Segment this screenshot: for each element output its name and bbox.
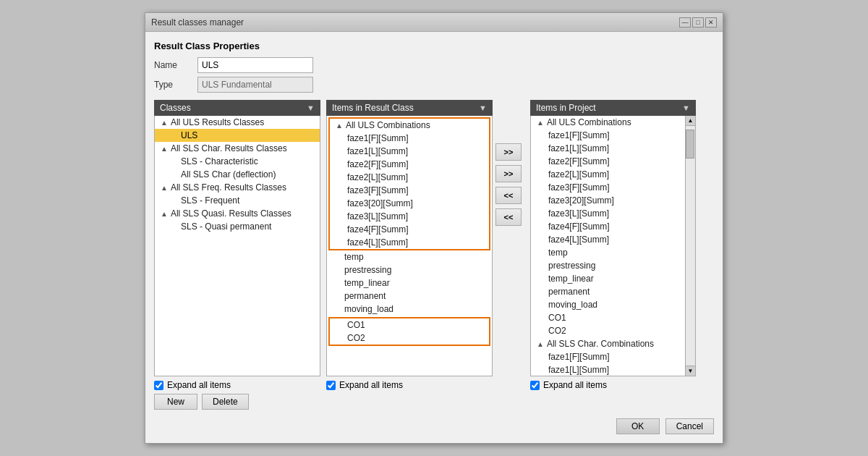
items-project-header: Items in Project ▼ (530, 100, 696, 116)
proj-sls-char-combs-label: All SLS Char. Combinations (547, 339, 654, 349)
proj-item-temp-linear[interactable]: temp_linear (531, 272, 685, 285)
list-item-faze4L[interactable]: faze4[L][Summ] (330, 236, 489, 249)
items-result-filter-icon[interactable]: ▼ (479, 104, 487, 112)
main-window: Result classes manager — □ ✕ Result Clas… (145, 12, 723, 444)
items-result-header: Items in Result Class ▼ (326, 100, 493, 116)
transfer-left2-button[interactable]: << (495, 208, 522, 226)
items-project-header-label: Items in Project (536, 103, 596, 113)
classes-list: ▲ All ULS Results Classes ULS ▲ All SLS … (154, 116, 320, 376)
classes-expand-all-label: Expand all items (167, 380, 231, 390)
list-item-co1[interactable]: CO1 (330, 318, 489, 332)
classes-panel: Classes ▼ ▲ All ULS Results Classes ULS … (154, 100, 320, 410)
proj-group-uls-combs[interactable]: ▲ All ULS Combinations (531, 116, 685, 129)
scrollbar-up-arrow[interactable]: ▲ (686, 116, 695, 126)
ok-button[interactable]: OK (616, 418, 660, 434)
list-item-faze4F[interactable]: faze4[F][Summ] (330, 223, 489, 236)
tree-item-sls-frequent[interactable]: SLS - Frequent (155, 194, 320, 207)
items-project-expand-all-checkbox[interactable] (530, 381, 540, 390)
list-item-prestressing[interactable]: prestressing (327, 263, 492, 276)
list-item-faze3-20[interactable]: faze3[20][Summ] (330, 197, 489, 210)
list-item-temp[interactable]: temp (327, 250, 492, 263)
scroll-thumb[interactable] (686, 130, 694, 159)
result-class-props-title: Result Class Properties (154, 41, 714, 51)
transfer-right2-button[interactable]: >> (495, 165, 522, 182)
items-project-panel: Items in Project ▼ ▲ All ULS Combination… (530, 100, 696, 390)
scrollbar-down-arrow[interactable]: ▼ (686, 366, 695, 376)
tree-item-sls-characteristic[interactable]: SLS - Characteristic (155, 155, 320, 168)
tree-item-uls[interactable]: ULS (155, 129, 320, 142)
proj-item-faze1L[interactable]: faze1[L][Summ] (531, 142, 685, 155)
items-project-expand-all-row: Expand all items (530, 380, 696, 390)
proj-item-faze1F[interactable]: faze1[F][Summ] (531, 129, 685, 142)
classes-expand-all-checkbox[interactable] (154, 381, 163, 390)
delete-button[interactable]: Delete (202, 394, 249, 410)
maximize-button[interactable]: □ (692, 17, 704, 28)
proj-item-moving-load[interactable]: moving_load (531, 298, 685, 311)
classes-bottom-actions: New Delete (154, 394, 320, 410)
proj-item-faze2L[interactable]: faze2[L][Summ] (531, 168, 685, 181)
proj-item-faze3F[interactable]: faze3[F][Summ] (531, 181, 685, 194)
list-item-temp-linear[interactable]: temp_linear (327, 276, 492, 290)
expand-arrow-uls: ▲ (161, 119, 168, 127)
new-button[interactable]: New (154, 394, 197, 410)
transfer-left1-button[interactable]: << (495, 187, 522, 204)
proj-item-co2[interactable]: CO2 (531, 324, 685, 337)
proj-item-faze3-20[interactable]: faze3[20][Summ] (531, 194, 685, 207)
list-item-faze3F[interactable]: faze3[F][Summ] (330, 184, 489, 197)
list-item-faze2L[interactable]: faze2[L][Summ] (330, 171, 489, 184)
name-row: Name (154, 57, 714, 73)
tree-group-uls[interactable]: ▲ All ULS Results Classes (155, 116, 320, 129)
window-title: Result classes manager (151, 17, 244, 28)
list-group-uls-combs[interactable]: ▲ All ULS Combinations (330, 119, 489, 132)
items-result-header-label: Items in Result Class (332, 103, 414, 113)
list-item-faze2F[interactable]: faze2[F][Summ] (330, 158, 489, 171)
name-input[interactable] (197, 57, 313, 73)
proj-item-faze4L[interactable]: faze4[L][Summ] (531, 233, 685, 246)
proj-sls-char-faze1F[interactable]: faze1[F][Summ] (531, 350, 685, 363)
items-project-filter-icon[interactable]: ▼ (682, 104, 690, 112)
list-item-faze1L[interactable]: faze1[L][Summ] (330, 145, 489, 158)
proj-item-temp[interactable]: temp (531, 246, 685, 259)
tree-item-sls-char-deflection[interactable]: All SLS Char (deflection) (155, 168, 320, 181)
proj-item-permanent[interactable]: permanent (531, 285, 685, 298)
proj-item-faze2F[interactable]: faze2[F][Summ] (531, 155, 685, 168)
items-project-scrollable: ▲ All ULS Combinations faze1[F][Summ] fa… (530, 116, 696, 376)
items-result-expand-all-row: Expand all items (326, 380, 493, 390)
proj-item-faze3L[interactable]: faze3[L][Summ] (531, 207, 685, 220)
proj-item-prestressing[interactable]: prestressing (531, 259, 685, 272)
classes-filter-icon[interactable]: ▼ (307, 104, 315, 112)
list-item-faze1F[interactable]: faze1[F][Summ] (330, 132, 489, 145)
tree-item-sls-quasi[interactable]: SLS - Quasi permanent (155, 220, 320, 233)
list-item-moving-load[interactable]: moving_load (327, 303, 492, 316)
minimize-button[interactable]: — (679, 17, 691, 28)
co-orange-group: CO1 CO2 (328, 317, 490, 346)
items-result-expand-all-checkbox[interactable] (326, 381, 336, 390)
result-class-properties: Result Class Properties Name Type (154, 41, 714, 93)
tree-group-sls-char[interactable]: ▲ All SLS Char. Results Classes (155, 142, 320, 155)
items-result-list: ▲ All ULS Combinations faze1[F][Summ] fa… (326, 116, 493, 376)
sls-quasi-group-label: All SLS Quasi. Results Classes (171, 208, 292, 219)
list-item-faze3L[interactable]: faze3[L][Summ] (330, 210, 489, 223)
close-button[interactable]: ✕ (705, 17, 717, 28)
list-item-co2[interactable]: CO2 (330, 332, 489, 345)
list-item-permanent[interactable]: permanent (327, 290, 492, 303)
scroll-track (686, 126, 695, 366)
classes-expand-all-row: Expand all items (154, 380, 320, 390)
sls-freq-group-label: All SLS Freq. Results Classes (171, 182, 286, 193)
tree-group-sls-freq[interactable]: ▲ All SLS Freq. Results Classes (155, 181, 320, 194)
proj-item-faze4F[interactable]: faze4[F][Summ] (531, 220, 685, 233)
expand-uls-combs-arrow: ▲ (336, 122, 343, 130)
proj-item-co1[interactable]: CO1 (531, 311, 685, 324)
classes-header-label: Classes (160, 103, 191, 113)
uls-combs-label: All ULS Combinations (346, 120, 430, 130)
transfer-right1-button[interactable]: >> (495, 143, 522, 161)
cancel-button[interactable]: Cancel (665, 418, 714, 434)
type-label: Type (154, 80, 197, 90)
proj-group-sls-char-combs[interactable]: ▲ All SLS Char. Combinations (531, 337, 685, 350)
uls-combinations-orange-group: ▲ All ULS Combinations faze1[F][Summ] fa… (328, 117, 490, 250)
proj-expand-sls-char-arrow: ▲ (537, 340, 544, 348)
expand-arrow-sls-freq: ▲ (161, 184, 168, 192)
tree-group-sls-quasi[interactable]: ▲ All SLS Quasi. Results Classes (155, 207, 320, 220)
proj-sls-char-faze1L[interactable]: faze1[L][Summ] (531, 363, 685, 376)
transfer-buttons: >> >> << << (493, 143, 524, 226)
